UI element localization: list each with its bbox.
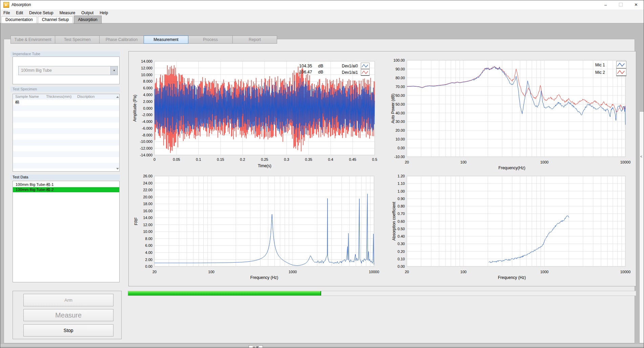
subtab-process[interactable]: Process xyxy=(188,36,233,44)
waveform-icon xyxy=(361,69,370,76)
subtab-test-specimen[interactable]: Test Specimen xyxy=(55,36,100,44)
tube-dropdown[interactable]: 100mm Big Tube ▼ xyxy=(18,66,118,75)
progress-bar-fill xyxy=(128,291,321,296)
legend-item[interactable]: Dev1/ai1 xyxy=(342,69,370,76)
measure-button[interactable]: Measure xyxy=(23,309,113,321)
legend-item[interactable]: Mic 2 xyxy=(595,68,626,76)
tab-absorption[interactable]: Absorption xyxy=(74,16,101,24)
readout-value: 106.47 xyxy=(299,70,315,74)
menu-item-device-setup[interactable]: Device Setup xyxy=(26,10,56,15)
app-window: ▶ Absorption – ✕ FileEditDevice SetupMea… xyxy=(0,0,644,348)
maximize-icon xyxy=(619,3,623,6)
table-row[interactable] xyxy=(13,163,119,169)
close-button[interactable]: ✕ xyxy=(628,0,644,9)
tube-dropdown-value: 100mm Big Tube xyxy=(21,68,52,73)
scroll-down-icon[interactable] xyxy=(116,168,119,170)
close-icon: ✕ xyxy=(634,2,638,7)
tab-documentation[interactable]: Documentation xyxy=(1,16,37,23)
taskbar-peek[interactable]: 画图 xyxy=(249,345,263,348)
taskbar-sliver xyxy=(0,344,644,348)
scroll-up-icon[interactable] xyxy=(116,96,119,98)
subtab-phase-calibration[interactable]: Phase Calibration xyxy=(99,36,144,44)
table-row[interactable] xyxy=(13,134,119,140)
table-row[interactable] xyxy=(13,111,119,117)
readout-unit: dB xyxy=(318,70,323,74)
level-readout: 106.47dB xyxy=(299,70,323,74)
table-row[interactable]: 棉 xyxy=(13,100,119,105)
waveform-icon xyxy=(616,68,626,76)
collapse-left-icon[interactable]: < xyxy=(640,155,642,158)
legend-label: Dev1/ai0 xyxy=(342,64,359,68)
table-row[interactable] xyxy=(13,146,119,151)
column-header: Thickness(mm) xyxy=(46,94,71,99)
menu-item-measure[interactable]: Measure xyxy=(56,10,78,15)
arm-button[interactable]: Arm xyxy=(23,294,113,306)
table-row[interactable] xyxy=(13,123,119,128)
progress-bar xyxy=(128,291,636,296)
minimize-icon: – xyxy=(604,2,607,7)
subtab-report[interactable]: Report xyxy=(232,36,277,44)
table-row[interactable] xyxy=(13,128,119,134)
waveform-icon xyxy=(361,63,370,69)
column-header: Sample Name xyxy=(15,94,39,99)
list-item[interactable]: 100mm Big Tube-棉-2 xyxy=(13,187,119,192)
level-readout: 104.35dB xyxy=(299,64,323,68)
table-row[interactable] xyxy=(13,157,119,163)
column-header: Discription xyxy=(77,94,95,99)
legend-label: Mic 1 xyxy=(595,63,610,67)
legend-item[interactable]: Dev1/ai0 xyxy=(342,63,370,69)
window-title: Absorption xyxy=(12,2,31,7)
menu-item-file[interactable]: File xyxy=(0,10,13,15)
menu-item-output[interactable]: Output xyxy=(78,10,97,15)
subtab-measurement[interactable]: Measurement xyxy=(144,36,188,44)
stop-button[interactable]: Stop xyxy=(23,324,113,336)
list-item[interactable]: 100mm Big Tube-棉-1 xyxy=(13,182,119,187)
legend-label: Dev1/ai1 xyxy=(342,70,359,75)
menu-bar: FileEditDevice SetupMeasureOutputHelp xyxy=(0,9,644,16)
table-row[interactable] xyxy=(13,105,119,111)
readout-value: 104.35 xyxy=(299,64,315,68)
legend-label: Mic 2 xyxy=(595,70,610,75)
table-row[interactable] xyxy=(13,140,119,146)
menu-item-edit[interactable]: Edit xyxy=(13,10,26,15)
menu-item-help[interactable]: Help xyxy=(97,10,111,15)
maximize-button[interactable] xyxy=(613,0,628,9)
app-icon: ▶ xyxy=(3,2,9,8)
main-tab-bar: DocumentationChannel SetupAbsorption xyxy=(0,16,644,23)
chevron-down-icon[interactable]: ▼ xyxy=(110,66,118,75)
title-bar: ▶ Absorption – ✕ xyxy=(0,0,644,9)
right-panel-strip[interactable] xyxy=(639,111,644,343)
table-row[interactable] xyxy=(13,151,119,157)
impedance-tube-header: Impendace Tube xyxy=(11,51,120,57)
legend-item[interactable]: Mic 1 xyxy=(595,61,626,69)
waveform-icon xyxy=(616,61,626,69)
minimize-button[interactable]: – xyxy=(598,0,613,9)
play-icon: ▶ xyxy=(5,3,7,6)
test-data-list xyxy=(13,181,120,282)
table-row[interactable] xyxy=(13,117,119,123)
subtab-tube-environment[interactable]: Tube & Environment xyxy=(11,36,55,44)
test-specimen-header: Test Specimen xyxy=(11,87,120,92)
table-cell: 棉 xyxy=(15,100,19,105)
test-data-header: Test Data xyxy=(11,175,120,180)
tab-channel-setup[interactable]: Channel Setup xyxy=(38,16,73,23)
chart-panel xyxy=(128,51,636,286)
readout-unit: dB xyxy=(318,64,323,68)
